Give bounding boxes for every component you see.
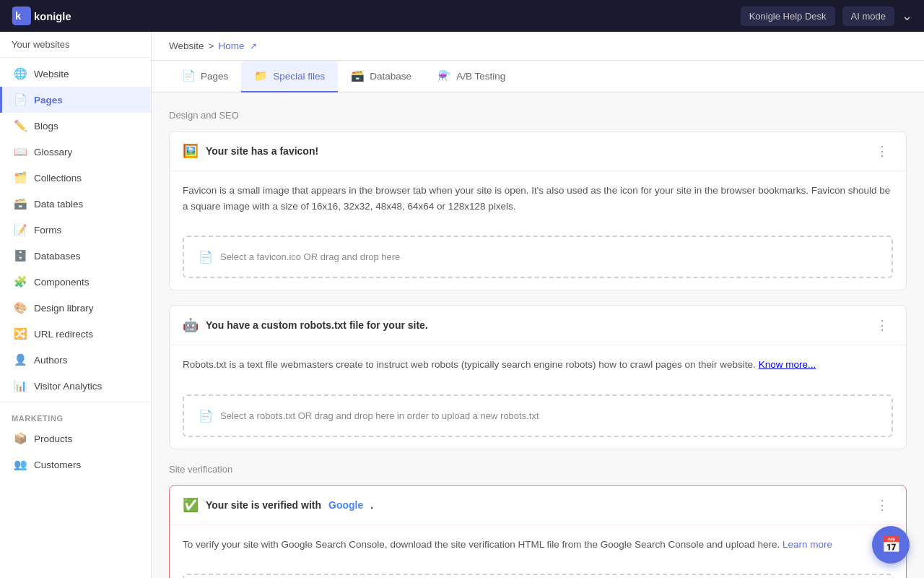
learn-more-link[interactable]: Learn more	[783, 539, 832, 550]
chevron-down-icon[interactable]: ⌄	[902, 8, 912, 24]
sidebar-item-label: Authors	[34, 355, 68, 366]
file-icon: 📄	[199, 250, 213, 264]
robots-card-header: 🤖 You have a custom robots.txt file for …	[170, 306, 906, 345]
favicon-card: 🖼️ Your site has a favicon! ⋮ Favicon is…	[169, 131, 907, 290]
sidebar-item-customers[interactable]: 👥 Customers	[0, 452, 151, 478]
svg-text:konigle: konigle	[34, 11, 71, 22]
products-icon: 📦	[14, 432, 27, 445]
databases-icon: 🗄️	[14, 249, 27, 262]
sidebar-item-label: Data tables	[34, 199, 83, 210]
verify-title-prefix: Your site is verified with	[206, 499, 321, 511]
sidebar-item-label: Collections	[34, 173, 82, 184]
know-more-label: Know more...	[759, 359, 816, 370]
favicon-description: Favicon is a small image that appears in…	[183, 183, 893, 214]
verify-google-text: Google	[328, 499, 363, 511]
pages-icon: 📄	[14, 93, 27, 106]
tab-ab-testing[interactable]: ⚗️ A/B Testing	[424, 61, 518, 92]
robots-drop-zone[interactable]: 📄 Select a robots.txt OR drag and drop h…	[183, 394, 893, 437]
favicon-drop-zone[interactable]: 📄 Select a favicon.ico OR drag and drop …	[183, 236, 893, 278]
sidebar-item-label: Design library	[34, 303, 94, 314]
robots-description: Robots.txt is a text file webmasters cre…	[183, 357, 893, 373]
robots-card-title: You have a custom robots.txt file for yo…	[206, 319, 428, 331]
sidebar-item-label: Databases	[34, 251, 81, 262]
tab-database[interactable]: 🗃️ Database	[338, 61, 424, 92]
favicon-card-title: Your site has a favicon!	[206, 145, 318, 157]
sidebar-item-website[interactable]: 🌐 Website	[0, 61, 151, 87]
robots-drop-label: Select a robots.txt OR drag and drop her…	[220, 410, 539, 421]
design-library-icon: 🎨	[14, 301, 27, 314]
sidebar-item-authors[interactable]: 👤 Authors	[0, 347, 151, 373]
fab-button[interactable]: 📅	[872, 526, 910, 564]
sidebar-item-data-tables[interactable]: 🗃️ Data tables	[0, 191, 151, 217]
content-header: Website > Home ↗	[152, 32, 924, 61]
tab-special-files[interactable]: 📁 Special files	[241, 61, 338, 92]
sidebar-your-websites[interactable]: Your websites	[0, 32, 151, 54]
blogs-icon: ✏️	[14, 119, 27, 132]
tab-database-label: Database	[370, 71, 411, 82]
authors-icon: 👤	[14, 353, 27, 366]
file-icon: 📄	[199, 409, 213, 423]
favicon-drop-label: Select a favicon.ico OR drag and drop he…	[220, 251, 400, 262]
favicon-card-menu-button[interactable]: ⋮	[871, 142, 893, 160]
verify-description: To verify your site with Google Search C…	[183, 537, 893, 553]
sidebar-item-label: Products	[34, 434, 72, 444]
verify-card-title-group: ✅ Your site is verified with Google.	[183, 497, 373, 513]
sidebar-item-label: Components	[34, 277, 90, 288]
site-verification-label: Site verification	[169, 464, 907, 475]
breadcrumb-separator: >	[209, 40, 214, 51]
verify-card-menu-button[interactable]: ⋮	[871, 496, 893, 514]
url-redirects-icon: 🔀	[14, 327, 27, 340]
tab-special-files-label: Special files	[273, 71, 325, 82]
verify-card-body: To verify your site with Google Search C…	[170, 525, 906, 564]
topbar: k konigle Konigle Help Desk AI mode ⌄	[0, 0, 924, 32]
sidebar-item-url-redirects[interactable]: 🔀 URL redirects	[0, 321, 151, 347]
svg-text:k: k	[15, 10, 22, 22]
verify-title-suffix: .	[370, 499, 373, 511]
sidebar-item-visitor-analytics[interactable]: 📊 Visitor Analytics	[0, 373, 151, 399]
know-more-link[interactable]: Know more...	[759, 359, 816, 370]
robots-card-menu-button[interactable]: ⋮	[871, 316, 893, 335]
help-desk-button[interactable]: Konigle Help Desk	[741, 7, 835, 26]
fab-icon: 📅	[881, 535, 901, 554]
customers-icon: 👥	[14, 458, 27, 471]
visitor-analytics-icon: 📊	[14, 379, 27, 392]
sidebar-item-label: Customers	[34, 460, 81, 470]
sidebar-item-label: Glossary	[34, 147, 72, 158]
verify-description-text: To verify your site with Google Search C…	[183, 539, 780, 550]
sidebar-item-products[interactable]: 📦 Products	[0, 426, 151, 452]
favicon-card-body: Favicon is a small image that appears in…	[170, 171, 906, 225]
robots-card-title-group: 🤖 You have a custom robots.txt file for …	[183, 317, 428, 333]
breadcrumb-home-link[interactable]: Home	[218, 40, 244, 51]
robots-card: 🤖 You have a custom robots.txt file for …	[169, 305, 907, 449]
sidebar-item-blogs[interactable]: ✏️ Blogs	[0, 113, 151, 139]
main-content: Website > Home ↗ 📄 Pages 📁 Special files…	[152, 32, 924, 578]
glossary-icon: 📖	[14, 145, 27, 158]
external-link-icon: ↗	[250, 41, 257, 51]
sidebar-item-label: Visitor Analytics	[34, 381, 102, 392]
ai-mode-button[interactable]: AI mode	[842, 7, 894, 26]
sidebar-item-glossary[interactable]: 📖 Glossary	[0, 139, 151, 165]
data-tables-icon: 🗃️	[14, 197, 27, 210]
forms-icon: 📝	[14, 223, 27, 236]
breadcrumb-website: Website	[169, 40, 204, 51]
sidebar-item-collections[interactable]: 🗂️ Collections	[0, 165, 151, 191]
tab-ab-testing-label: A/B Testing	[456, 71, 505, 82]
verify-drop-zone[interactable]: 📄 Select a file OR drag and drop here to…	[183, 574, 893, 578]
tab-pages-label: Pages	[201, 71, 228, 82]
tab-pages[interactable]: 📄 Pages	[169, 61, 241, 92]
favicon-card-title-group: 🖼️ Your site has a favicon!	[183, 143, 318, 159]
website-icon: 🌐	[14, 67, 27, 80]
marketing-group-label: Marketing	[0, 405, 151, 426]
sidebar-item-forms[interactable]: 📝 Forms	[0, 217, 151, 243]
content-body: Design and SEO 🖼️ Your site has a favico…	[152, 92, 924, 578]
sidebar-item-components[interactable]: 🧩 Components	[0, 269, 151, 295]
sidebar-item-pages[interactable]: 📄 Pages	[0, 87, 151, 113]
favicon-card-header: 🖼️ Your site has a favicon! ⋮	[170, 131, 906, 171]
sidebar-item-design-library[interactable]: 🎨 Design library	[0, 295, 151, 321]
design-seo-label: Design and SEO	[169, 110, 907, 121]
robots-description-text: Robots.txt is a text file webmasters cre…	[183, 359, 756, 370]
sidebar-item-databases[interactable]: 🗄️ Databases	[0, 243, 151, 269]
topbar-actions: Konigle Help Desk AI mode ⌄	[741, 7, 912, 26]
sidebar: Your websites 🌐 Website 📄 Pages ✏️ Blogs…	[0, 32, 152, 578]
sidebar-item-label: Pages	[34, 95, 63, 105]
